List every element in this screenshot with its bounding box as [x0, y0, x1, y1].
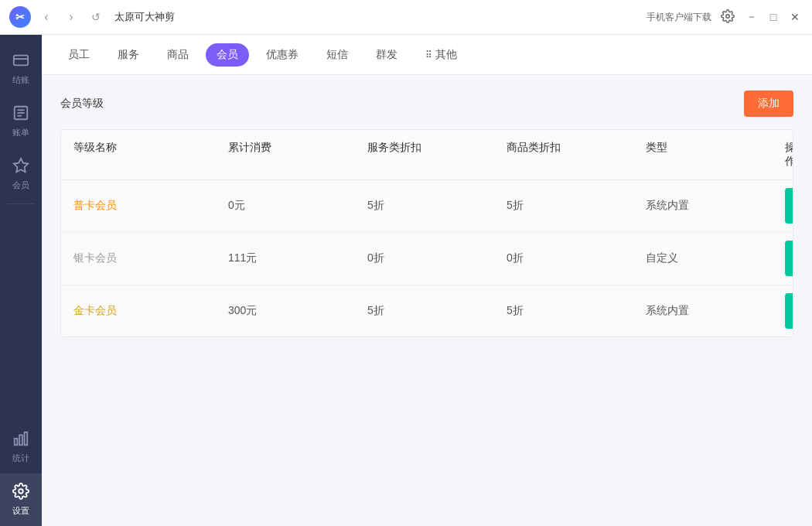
data-table: 等级名称 累计消费 服务类折扣 商品类折扣 类型 操作 普卡会员 0元 5折 5… — [60, 129, 793, 337]
cell-type-3: 系统内置 — [633, 293, 773, 329]
tab-navigation: 员工 服务 商品 会员 优惠券 短信 群发 ⠿ 其他 — [42, 35, 812, 75]
cell-service-discount-1: 5折 — [355, 188, 494, 224]
tab-goods[interactable]: 商品 — [156, 43, 200, 67]
cell-name-3: 金卡会员 — [61, 293, 216, 329]
sidebar-item-checkout-label: 结账 — [12, 74, 29, 86]
cell-service-discount-2: 0折 — [355, 241, 494, 276]
main-layout: 结账 账单 会员 — [0, 35, 812, 526]
settings-sidebar-icon — [12, 483, 29, 502]
sidebar-item-stats[interactable]: 统计 — [0, 421, 42, 473]
nav-back-button[interactable]: ‹ — [37, 8, 56, 26]
title-bar: ✂ ‹ › ↺ 太原可大神剪 手机客户端下载 － □ ✕ — [0, 0, 812, 35]
checkout-icon — [12, 52, 29, 71]
svg-rect-9 — [19, 435, 22, 445]
section-header: 会员等级 添加 — [60, 91, 793, 117]
tab-service[interactable]: 服务 — [107, 43, 150, 67]
member-icon — [12, 157, 29, 176]
orders-icon — [12, 104, 29, 124]
page-content: 会员等级 添加 等级名称 累计消费 服务类折扣 商品类折扣 类型 操作 普卡会员 — [42, 75, 812, 526]
tab-sms[interactable]: 短信 — [316, 43, 359, 67]
section-title: 会员等级 — [60, 97, 104, 111]
maximize-button[interactable]: □ — [766, 9, 781, 25]
cell-goods-discount-1: 5折 — [494, 188, 633, 224]
header-name: 等级名称 — [61, 130, 216, 179]
cell-type-2: 自定义 — [633, 241, 773, 276]
table-header: 等级名称 累计消费 服务类折扣 商品类折扣 类型 操作 — [61, 130, 793, 180]
nav-forward-button[interactable]: › — [62, 8, 80, 26]
header-goods-discount: 商品类折扣 — [494, 130, 633, 179]
cell-type-1: 系统内置 — [633, 188, 773, 224]
cell-goods-discount-2: 0折 — [494, 241, 633, 276]
svg-point-0 — [726, 14, 730, 18]
header-consumption: 累计消费 — [216, 130, 355, 179]
svg-rect-8 — [15, 439, 18, 445]
sidebar-item-checkout[interactable]: 结账 — [0, 43, 42, 95]
tab-broadcast[interactable]: 群发 — [365, 43, 408, 67]
sidebar-divider — [7, 203, 35, 204]
tab-coupon[interactable]: 优惠券 — [255, 43, 309, 67]
download-link[interactable]: 手机客户端下载 — [647, 11, 711, 24]
cell-consumption-1: 0元 — [216, 188, 355, 224]
sidebar: 结账 账单 会员 — [0, 35, 42, 526]
table-row: 普卡会员 0元 5折 5折 系统内置 编辑 — [61, 180, 793, 232]
table-row: 银卡会员 111元 0折 0折 自定义 编辑 删除 — [61, 232, 793, 285]
edit-button-3[interactable]: 编辑 — [785, 293, 793, 329]
sidebar-item-orders[interactable]: 账单 — [0, 95, 42, 148]
member-name-link-2[interactable]: 银卡会员 — [73, 251, 117, 264]
sidebar-item-member-label: 会员 — [12, 179, 29, 191]
header-type: 类型 — [633, 130, 773, 179]
close-button[interactable]: ✕ — [787, 9, 803, 25]
sidebar-item-orders-label: 账单 — [12, 127, 29, 138]
add-button[interactable]: 添加 — [744, 91, 793, 117]
app-logo: ✂ — [9, 6, 31, 28]
cell-service-discount-3: 5折 — [355, 293, 494, 329]
nav-refresh-button[interactable]: ↺ — [87, 8, 105, 26]
settings-icon[interactable] — [721, 9, 735, 26]
header-action: 操作 — [773, 130, 793, 179]
header-service-discount: 服务类折扣 — [355, 130, 494, 179]
svg-rect-1 — [14, 56, 28, 66]
svg-rect-10 — [25, 432, 28, 446]
title-bar-left: ✂ ‹ › ↺ 太原可大神剪 — [9, 6, 175, 28]
sidebar-item-member[interactable]: 会员 — [0, 148, 42, 200]
sidebar-item-settings-label: 设置 — [12, 505, 29, 517]
svg-point-11 — [19, 489, 23, 494]
cell-consumption-3: 300元 — [216, 293, 355, 329]
minimize-button[interactable]: － — [744, 9, 759, 25]
cell-action-1: 编辑 — [773, 180, 793, 231]
cell-name-2: 银卡会员 — [61, 241, 216, 276]
member-name-link-3[interactable]: 金卡会员 — [73, 304, 117, 316]
stats-icon — [12, 430, 29, 449]
sidebar-item-settings[interactable]: 设置 — [0, 473, 42, 526]
tab-other[interactable]: ⠿ 其他 — [415, 43, 468, 67]
title-bar-right: 手机客户端下载 － □ ✕ — [647, 9, 803, 26]
content-area: 员工 服务 商品 会员 优惠券 短信 群发 ⠿ 其他 会员等级 添加 等级名称 — [42, 35, 812, 526]
member-name-link-1[interactable]: 普卡会员 — [73, 199, 117, 211]
cell-action-3: 编辑 — [773, 285, 793, 336]
svg-marker-7 — [14, 159, 28, 172]
cell-goods-discount-3: 5折 — [494, 293, 633, 329]
cell-consumption-2: 111元 — [216, 241, 355, 276]
edit-button-2[interactable]: 编辑 — [785, 241, 793, 276]
app-title: 太原可大神剪 — [114, 10, 175, 24]
tab-member[interactable]: 会员 — [206, 43, 249, 67]
edit-button-1[interactable]: 编辑 — [785, 188, 793, 224]
grid-icon: ⠿ — [425, 50, 432, 60]
cell-action-2: 编辑 删除 — [773, 232, 793, 285]
window-controls: － □ ✕ — [744, 9, 803, 25]
tab-staff[interactable]: 员工 — [57, 43, 101, 67]
sidebar-item-stats-label: 统计 — [12, 453, 29, 464]
cell-name-1: 普卡会员 — [61, 188, 216, 224]
table-row: 金卡会员 300元 5折 5折 系统内置 编辑 — [61, 285, 793, 336]
